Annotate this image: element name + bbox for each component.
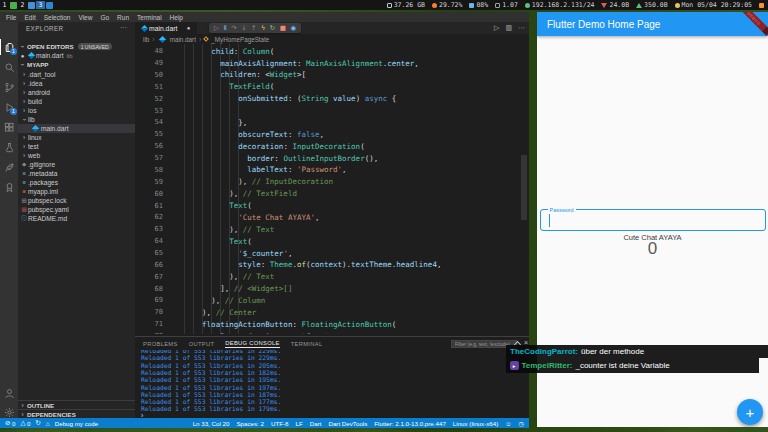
- menu-view[interactable]: View: [78, 14, 92, 21]
- breadcrumb-separator: ›: [199, 36, 201, 43]
- tree-item-main-dart[interactable]: main.dart: [18, 124, 135, 133]
- source-control-icon[interactable]: [0, 79, 18, 95]
- award-icon[interactable]: [0, 179, 18, 195]
- sidebar-more-icon[interactable]: ···: [120, 24, 127, 31]
- status-lf[interactable]: LF: [296, 420, 303, 427]
- pause-icon[interactable]: Ⅱ: [224, 23, 227, 33]
- status-spaces[interactable]: Spaces: 2: [236, 420, 264, 427]
- panel-tabs: PROBLEMSOUTPUTDEBUG CONSOLETERMINAL: [143, 337, 322, 350]
- bell-icon[interactable]: ◷: [519, 420, 524, 427]
- text-cursor: [549, 214, 550, 227]
- files-icon[interactable]: 1: [0, 39, 18, 55]
- chevron-right-icon: ›: [18, 411, 27, 418]
- menu-help[interactable]: Help: [170, 14, 183, 21]
- chevron-down-icon: ›: [18, 43, 27, 50]
- editor-tab-bar: main.dart ● ▷Ⅱ↷↓↑ϟ↻■◉ ▷▥⋯: [135, 22, 529, 34]
- feather-icon[interactable]: [0, 159, 18, 175]
- extensions-icon[interactable]: [0, 119, 18, 135]
- devtools-icon[interactable]: ◉: [290, 23, 296, 33]
- panel-tab-problems[interactable]: PROBLEMS: [143, 341, 178, 347]
- run-icon[interactable]: ▷: [494, 24, 499, 32]
- panel-tab-debug-console[interactable]: DEBUG CONSOLE: [225, 340, 279, 348]
- tree-item--packages[interactable]: ≡.packages: [18, 178, 135, 187]
- run-debug-icon[interactable]: 1: [0, 99, 18, 115]
- tree-item-build[interactable]: ›build: [18, 97, 135, 106]
- chevron-right-icon: ›: [20, 152, 28, 159]
- status-flutter[interactable]: Flutter: 2.1.0-13.0.pre.447: [374, 420, 446, 427]
- panel-tab-terminal[interactable]: TERMINAL: [291, 341, 323, 347]
- warnings-icon[interactable]: △0: [20, 419, 30, 427]
- tree-item-test[interactable]: ›test: [18, 142, 135, 151]
- password-field[interactable]: Password: [540, 209, 766, 231]
- tree-item-linux[interactable]: ›linux: [18, 133, 135, 142]
- tree-item--dart-tool[interactable]: ›.dart_tool: [18, 70, 135, 79]
- step-into-icon[interactable]: ↓: [241, 23, 246, 33]
- workspace-1[interactable]: 1: [0, 1, 9, 9]
- tree-item-myapp-iml[interactable]: ≡myapp.iml: [18, 187, 135, 196]
- status-dart[interactable]: Dart: [310, 420, 322, 427]
- errors-icon[interactable]: ⊘0: [5, 419, 15, 427]
- breadcrumb[interactable]: lib › main.dart › _MyHomePageState: [135, 34, 529, 44]
- feedback-icon[interactable]: ☺: [505, 420, 511, 427]
- tree-item-web[interactable]: ›web: [18, 151, 135, 160]
- continue-icon[interactable]: ▷: [214, 23, 219, 33]
- menu-terminal[interactable]: Terminal: [137, 14, 162, 21]
- sync-icon[interactable]: ↻: [35, 419, 40, 427]
- clock-stat: Mon 05/04 20:29:05: [675, 1, 752, 9]
- chat-message: ▸TempelRitter: _counter ist deine Variab…: [506, 358, 759, 373]
- menu-file[interactable]: File: [6, 14, 16, 21]
- test-flask-icon[interactable]: [0, 139, 18, 155]
- split-editor-icon[interactable]: ▥: [505, 24, 512, 32]
- code-icon: [46, 2, 53, 9]
- workspace-3[interactable]: 3: [36, 1, 45, 9]
- sidebar-title: EXPLORER: [26, 25, 64, 32]
- fab-add-button[interactable]: +: [737, 399, 763, 425]
- status-ln[interactable]: Ln 33, Col 20: [193, 420, 230, 427]
- tree-item-readme-md[interactable]: ⓘREADME.md: [18, 214, 135, 223]
- tree-item--idea[interactable]: ›.idea: [18, 79, 135, 88]
- status-dart[interactable]: Dart DevTools: [328, 420, 367, 427]
- code-line-50: 50 children: <Widget>[: [135, 69, 529, 81]
- workspace-switcher[interactable]: 123: [0, 1, 54, 9]
- tree-item-pubspec-lock[interactable]: ▤pubspec.lock: [18, 196, 135, 205]
- panel-tab-output[interactable]: OUTPUT: [189, 341, 215, 347]
- tree-item-lib[interactable]: ›lib: [18, 115, 135, 124]
- notification-icon: [759, 3, 764, 8]
- tree-item--gitignore[interactable]: ◆.gitignore: [18, 160, 135, 169]
- menu-run[interactable]: Run: [117, 14, 129, 21]
- code-editor[interactable]: 48 child: Column(49 mainAxisAlignment: M…: [135, 44, 529, 334]
- editor-scrollbar[interactable]: [521, 155, 527, 220]
- menu-go[interactable]: Go: [100, 14, 109, 21]
- tree-item-ios[interactable]: ›ios: [18, 106, 135, 115]
- lock-file-icon: ▤: [20, 197, 28, 203]
- tree-item-android[interactable]: ›android: [18, 88, 135, 97]
- dart-file-icon: [28, 52, 35, 59]
- debug-console-output[interactable]: Reloaded 1 of 553 libraries in 229ms.Rel…: [135, 350, 529, 412]
- tab-main-dart[interactable]: main.dart ●: [135, 22, 197, 34]
- stop-icon[interactable]: ■: [280, 23, 286, 33]
- status-utf-8[interactable]: UTF-8: [271, 420, 289, 427]
- code-line-68: 68 ], // <Widget>[]: [135, 283, 529, 295]
- project-header[interactable]: › MYAPP: [18, 60, 135, 70]
- code-line-72: 72 onPressed: _incrementCounter,: [135, 330, 529, 334]
- step-out-icon[interactable]: ↑: [251, 23, 256, 33]
- search-icon[interactable]: [0, 59, 18, 75]
- code-line-60: 60 ), // TextField: [135, 188, 529, 200]
- hot-reload-icon[interactable]: ϟ: [261, 23, 265, 33]
- menu-edit[interactable]: Edit: [24, 14, 35, 21]
- account-icon[interactable]: [0, 385, 18, 401]
- status-task-label[interactable]: Debug my code: [55, 420, 98, 427]
- tree-item--metadata[interactable]: ≡.metadata: [18, 169, 135, 178]
- workspace-2[interactable]: 2: [18, 1, 27, 9]
- menu-selection[interactable]: Selection: [44, 14, 71, 21]
- open-editor-main-dart[interactable]: ● main.dart lib: [18, 51, 135, 60]
- home-icon[interactable]: ⌂: [46, 420, 50, 427]
- app-title: Flutter Demo Home Page: [547, 19, 660, 30]
- step-over-icon[interactable]: ↷: [231, 23, 236, 33]
- more-actions-icon[interactable]: ⋯: [518, 24, 525, 32]
- system-taskbar: 123 37.26 GB29.72%08%1.07192.168.2.131/2…: [0, 0, 768, 10]
- restart-icon[interactable]: ↻: [270, 23, 275, 33]
- tree-item-pubspec-yaml[interactable]: ▤pubspec.yaml: [18, 205, 135, 214]
- status-linux[interactable]: Linux (linux-x64): [453, 420, 498, 427]
- bottom-panel: PROBLEMSOUTPUTDEBUG CONSOLETERMINAL Filt…: [135, 336, 529, 418]
